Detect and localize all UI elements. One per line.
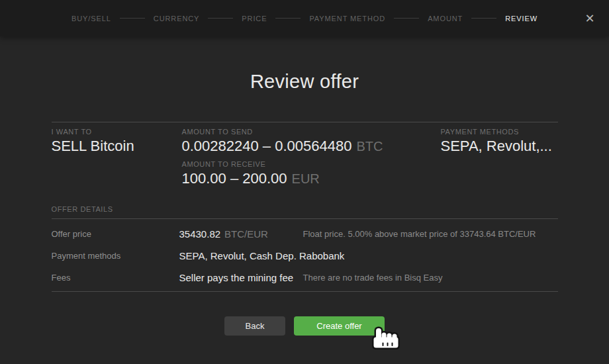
offer-price-unit: BTC/EUR (224, 228, 268, 240)
step-divider (208, 18, 233, 19)
direction-value: SELL Bitcoin (52, 138, 182, 155)
payment-methods-row-label: Payment methods (52, 251, 179, 261)
step-amount[interactable]: AMOUNT (428, 15, 463, 23)
payment-methods-row-value: SEPA, Revolut, Cash Dep. Rabobank (179, 250, 303, 261)
summary-amount-to-receive: AMOUNT TO RECEIVE 100.00 – 200.00EUR (182, 160, 441, 187)
step-divider (471, 18, 496, 19)
offer-details-heading: OFFER DETAILS (52, 205, 558, 219)
payment-methods-value: SEPA, Revolut,... (441, 138, 558, 155)
fees-note: There are no trade fees in Bisq Easy (303, 273, 558, 283)
offer-price-label: Offer price (52, 229, 179, 239)
fees-value: Seller pays the mining fee (179, 272, 303, 283)
step-divider (394, 18, 419, 19)
back-button[interactable]: Back (224, 316, 285, 336)
payment-methods-list: SEPA, Revolut, Cash Dep. Rabobank (179, 250, 345, 261)
offer-price-note: Float price. 5.00% above market price of… (303, 229, 558, 239)
offer-summary-grid: I WANT TO SELL Bitcoin AMOUNT TO SEND 0.… (52, 122, 558, 187)
amount-to-send-number: 0.00282240 – 0.00564480 (182, 138, 352, 154)
create-offer-button[interactable]: Create offer (294, 316, 385, 336)
payment-methods-row: Payment methods SEPA, Revolut, Cash Dep.… (52, 245, 558, 267)
summary-amount-to-send: AMOUNT TO SEND 0.00282240 – 0.00564480BT… (182, 128, 441, 155)
payment-methods-label: PAYMENT METHODS (441, 128, 558, 136)
step-buy-sell[interactable]: BUY/SELL (71, 15, 111, 23)
amount-to-send-unit: BTC (356, 139, 383, 154)
fees-row: Fees Seller pays the mining fee There ar… (52, 267, 558, 289)
step-price[interactable]: PRICE (242, 15, 267, 23)
review-content: I WANT TO SELL Bitcoin AMOUNT TO SEND 0.… (52, 122, 558, 336)
step-divider (275, 18, 301, 19)
fees-text: Seller pays the mining fee (179, 272, 294, 283)
offer-price-number: 35430.82 (179, 228, 221, 240)
wizard-top-bar: BUY/SELL CURRENCY PRICE PAYMENT METHOD A… (0, 0, 609, 36)
wizard-stepper: BUY/SELL CURRENCY PRICE PAYMENT METHOD A… (71, 15, 538, 23)
fees-label: Fees (52, 273, 179, 283)
step-review[interactable]: REVIEW (505, 15, 538, 23)
close-icon[interactable]: ✕ (581, 10, 598, 27)
amount-to-receive-unit: EUR (292, 171, 320, 186)
amount-to-receive-number: 100.00 – 200.00 (182, 170, 287, 187)
amount-to-receive-value: 100.00 – 200.00EUR (182, 170, 441, 187)
offer-price-value: 35430.82BTC/EUR (179, 228, 303, 240)
step-currency[interactable]: CURRENCY (154, 15, 200, 23)
amount-to-send-label: AMOUNT TO SEND (182, 128, 441, 136)
amount-to-send-value: 0.00282240 – 0.00564480BTC (182, 138, 441, 155)
step-payment-method[interactable]: PAYMENT METHOD (309, 15, 385, 23)
step-divider (120, 18, 145, 19)
summary-payment-methods: PAYMENT METHODS SEPA, Revolut,... (441, 128, 558, 155)
amount-to-receive-label: AMOUNT TO RECEIVE (182, 160, 441, 168)
page-title: Review offer (0, 71, 609, 93)
direction-label: I WANT TO (52, 128, 182, 136)
summary-direction: I WANT TO SELL Bitcoin (52, 128, 182, 155)
offer-price-row: Offer price 35430.82BTC/EUR Float price.… (52, 223, 558, 245)
offer-details-rows: Offer price 35430.82BTC/EUR Float price.… (52, 219, 558, 292)
action-buttons: Back Create offer (52, 316, 558, 336)
